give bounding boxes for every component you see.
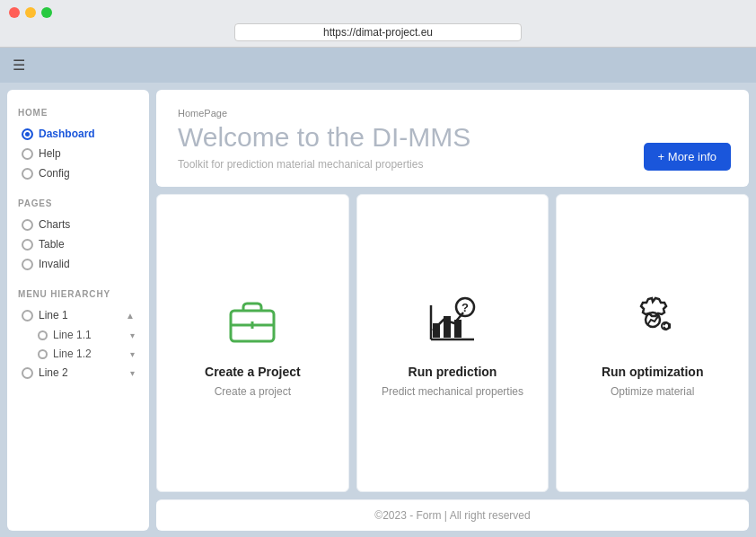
main-content: HomePage Welcome to the DI-MMS Toolkit f… bbox=[156, 90, 749, 531]
browser-chrome: https://dimat-project.eu bbox=[0, 0, 756, 48]
footer-text: ©2023 - Form | All right reserved bbox=[374, 509, 530, 522]
url-display[interactable]: https://dimat-project.eu bbox=[234, 23, 522, 41]
sidebar-item-line11[interactable]: Line 1.1 ▾ bbox=[18, 326, 138, 344]
app-topbar: ☰ bbox=[0, 48, 756, 83]
hero-card: HomePage Welcome to the DI-MMS Toolkit f… bbox=[156, 90, 749, 187]
radio-table bbox=[22, 239, 33, 251]
run-optimization-desc: Optimize material bbox=[611, 384, 694, 400]
sidebar-label-line11: Line 1.1 bbox=[53, 329, 92, 341]
chart-question-icon: ? bbox=[420, 287, 485, 352]
sidebar-label-line12: Line 1.2 bbox=[53, 348, 92, 360]
home-section-title: HOME bbox=[18, 108, 138, 118]
gear-arrow-icon bbox=[620, 287, 685, 352]
radio-dashboard bbox=[22, 128, 33, 140]
app-container: ☰ HOME Dashboard Help Config PAGES Chart… bbox=[0, 48, 756, 537]
main-footer: ©2023 - Form | All right reserved bbox=[156, 499, 749, 531]
menu-section-title: MENU HIERARCHY bbox=[18, 289, 138, 299]
pages-section-title: PAGES bbox=[18, 198, 138, 208]
sidebar-item-line1[interactable]: Line 1 ▲ bbox=[18, 306, 138, 324]
sidebar-item-table[interactable]: Table bbox=[18, 235, 138, 253]
sidebar-label-table: Table bbox=[39, 238, 65, 251]
sidebar-item-dashboard[interactable]: Dashboard bbox=[18, 125, 138, 143]
chevron-line11: ▾ bbox=[130, 330, 135, 340]
sidebar-label-line1: Line 1 bbox=[39, 309, 68, 321]
maximize-button[interactable] bbox=[41, 7, 52, 18]
create-project-desc: Create a project bbox=[215, 384, 291, 400]
radio-config bbox=[22, 168, 33, 180]
traffic-lights bbox=[9, 7, 747, 18]
sidebar-item-line2[interactable]: Line 2 ▾ bbox=[18, 364, 138, 382]
run-prediction-card[interactable]: ? Run prediction Pred bbox=[356, 194, 549, 492]
sidebar-label-config: Config bbox=[39, 167, 70, 180]
run-prediction-title: Run prediction bbox=[409, 365, 497, 379]
radio-line11 bbox=[38, 330, 48, 340]
radio-line12 bbox=[38, 349, 48, 359]
sidebar-item-help[interactable]: Help bbox=[18, 145, 138, 163]
hero-subtitle: HomePage bbox=[178, 108, 727, 119]
sidebar-label-dashboard: Dashboard bbox=[39, 128, 95, 140]
briefcase-icon bbox=[220, 287, 285, 352]
create-project-title: Create a Project bbox=[205, 365, 301, 379]
close-button[interactable] bbox=[9, 7, 20, 18]
radio-line2 bbox=[22, 367, 33, 379]
chevron-line1: ▲ bbox=[126, 311, 135, 321]
app-body: HOME Dashboard Help Config PAGES Charts … bbox=[0, 83, 756, 537]
create-project-card[interactable]: Create a Project Create a project bbox=[156, 194, 349, 492]
radio-charts bbox=[22, 219, 33, 231]
minimize-button[interactable] bbox=[25, 7, 36, 18]
sidebar-item-invalid[interactable]: Invalid bbox=[18, 255, 138, 273]
chevron-line12: ▾ bbox=[130, 349, 135, 359]
radio-line1 bbox=[22, 310, 33, 321]
sidebar: HOME Dashboard Help Config PAGES Charts … bbox=[7, 90, 149, 531]
sidebar-label-help: Help bbox=[39, 147, 61, 160]
run-optimization-card[interactable]: Run optimization Optimize material bbox=[556, 194, 749, 492]
sidebar-item-config[interactable]: Config bbox=[18, 164, 138, 182]
sidebar-label-invalid: Invalid bbox=[39, 258, 70, 270]
sidebar-label-charts: Charts bbox=[39, 218, 70, 231]
sidebar-label-line2: Line 2 bbox=[39, 366, 68, 379]
run-optimization-title: Run optimization bbox=[602, 365, 704, 379]
sidebar-item-line12[interactable]: Line 1.2 ▾ bbox=[18, 345, 138, 363]
radio-help bbox=[22, 148, 33, 160]
address-bar: https://dimat-project.eu bbox=[9, 23, 747, 41]
chevron-line2: ▾ bbox=[130, 368, 135, 378]
more-info-button[interactable]: + More info bbox=[644, 143, 731, 171]
run-prediction-desc: Predict mechanical properties bbox=[382, 384, 523, 400]
hamburger-icon[interactable]: ☰ bbox=[13, 57, 25, 74]
cards-row: Create a Project Create a project ? bbox=[156, 194, 749, 492]
radio-invalid bbox=[22, 259, 33, 270]
sidebar-item-charts[interactable]: Charts bbox=[18, 216, 138, 233]
